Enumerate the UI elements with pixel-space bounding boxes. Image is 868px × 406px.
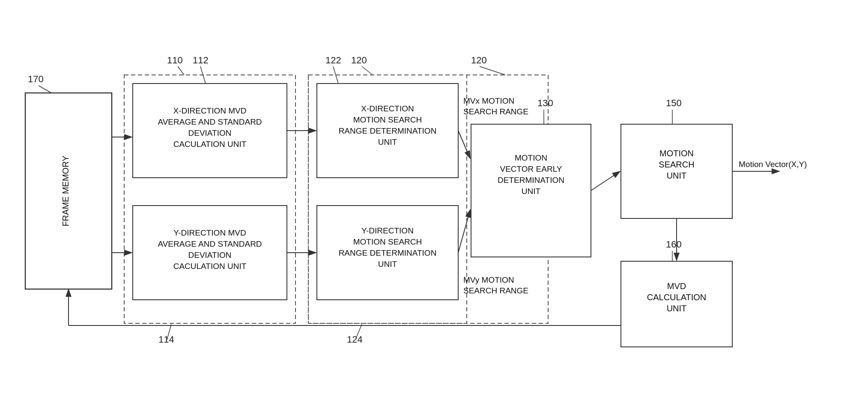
svg-line-56: [458, 210, 470, 253]
svg-text:FRAME MEMORY: FRAME MEMORY: [61, 155, 70, 226]
label-150: 150: [666, 98, 682, 108]
svg-text:MOTION: MOTION: [515, 153, 547, 162]
svg-text:CALCULATION: CALCULATION: [647, 293, 707, 302]
label-114: 114: [158, 334, 174, 345]
svg-text:AVERAGE AND STANDARD: AVERAGE AND STANDARD: [158, 117, 262, 126]
label-122: 122: [325, 55, 341, 66]
svg-line-20: [362, 66, 373, 75]
svg-text:AVERAGE AND STANDARD: AVERAGE AND STANDARD: [158, 239, 262, 248]
svg-text:MOTION SEARCH: MOTION SEARCH: [353, 115, 422, 124]
svg-text:UNIT: UNIT: [522, 187, 541, 196]
svg-text:MVx MOTION: MVx MOTION: [463, 96, 514, 105]
svg-text:VECTOR EARLY: VECTOR EARLY: [500, 164, 562, 173]
svg-text:UNIT: UNIT: [378, 137, 397, 146]
svg-text:DEVIATION: DEVIATION: [188, 251, 232, 260]
svg-text:SEARCH: SEARCH: [659, 160, 694, 169]
label-112: 112: [193, 55, 209, 66]
svg-text:Y-DIRECTION: Y-DIRECTION: [361, 226, 414, 235]
label-110: 110: [167, 55, 183, 66]
svg-text:RANGE DETERMINATION: RANGE DETERMINATION: [339, 126, 437, 135]
svg-line-4: [39, 86, 51, 93]
svg-text:SEARCH RANGE: SEARCH RANGE: [463, 286, 528, 295]
svg-text:MOTION SEARCH: MOTION SEARCH: [353, 237, 422, 246]
svg-text:X-DIRECTION MVD: X-DIRECTION MVD: [173, 106, 247, 115]
svg-text:X-DIRECTION: X-DIRECTION: [361, 104, 414, 113]
svg-line-57: [591, 171, 620, 191]
svg-text:CACULATION UNIT: CACULATION UNIT: [173, 262, 247, 271]
svg-text:UNIT: UNIT: [378, 260, 397, 269]
svg-text:MOTION: MOTION: [659, 149, 694, 158]
label-120-top: 120: [351, 55, 367, 66]
svg-text:Y-DIRECTION MVD: Y-DIRECTION MVD: [173, 228, 246, 237]
label-160: 160: [666, 239, 682, 250]
svg-text:DEVIATION: DEVIATION: [188, 128, 232, 137]
svg-line-6: [178, 66, 184, 75]
diagram-container: FRAME MEMORY 170 110 112 X-DIRECTION MVD…: [0, 0, 868, 406]
label-130: 130: [537, 98, 553, 108]
svg-text:MVy MOTION: MVy MOTION: [463, 275, 514, 284]
label-120-right: 120: [471, 55, 487, 66]
svg-text:CACULATION UNIT: CACULATION UNIT: [173, 140, 247, 149]
svg-line-34: [480, 66, 505, 75]
label-124: 124: [347, 334, 363, 345]
svg-line-55: [458, 131, 470, 158]
svg-text:Motion Vector(X,Y): Motion Vector(X,Y): [739, 160, 807, 169]
label-170: 170: [28, 74, 44, 84]
svg-text:RANGE DETERMINATION: RANGE DETERMINATION: [339, 248, 437, 257]
svg-text:DETERMINATION: DETERMINATION: [498, 176, 564, 185]
svg-text:MVD: MVD: [667, 281, 686, 291]
svg-text:UNIT: UNIT: [667, 304, 687, 313]
svg-text:UNIT: UNIT: [667, 171, 687, 180]
svg-text:SEARCH RANGE: SEARCH RANGE: [463, 107, 528, 116]
